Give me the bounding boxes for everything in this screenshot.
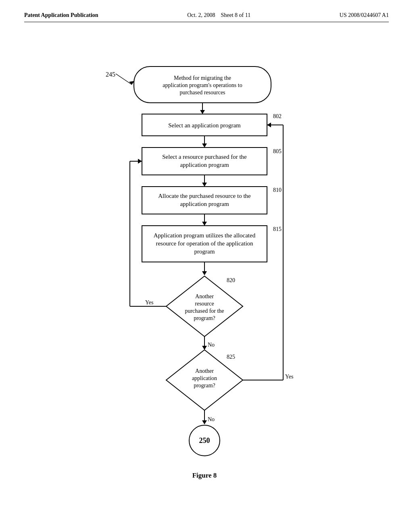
label-802: 802 — [273, 113, 282, 119]
node-810 — [142, 187, 267, 214]
svg-text:application program's operatio: application program's operations to — [163, 82, 242, 88]
no-label-825: No — [208, 416, 215, 422]
yes-label-820: Yes — [145, 299, 153, 305]
svg-text:program?: program? — [194, 382, 215, 389]
label-805: 805 — [273, 148, 282, 154]
svg-text:resource: resource — [195, 301, 214, 307]
svg-text:program?: program? — [194, 315, 215, 321]
svg-text:resource for operation of the : resource for operation of the applicatio… — [156, 240, 253, 247]
svg-marker-41 — [202, 420, 207, 424]
svg-marker-13 — [202, 183, 207, 187]
page-header: Patent Application Publication Oct. 2, 2… — [24, 12, 389, 22]
figure-caption: Figure 8 — [192, 472, 217, 479]
svg-marker-30 — [138, 159, 142, 164]
page: Patent Application Publication Oct. 2, 2… — [0, 0, 413, 532]
svg-text:Allocate the purchased resourc: Allocate the purchased resource to the — [158, 193, 251, 199]
svg-text:application: application — [192, 375, 217, 381]
svg-text:application program: application program — [180, 201, 229, 207]
date-sheet: Oct. 2, 2008 Sheet 8 of 11 — [187, 12, 250, 19]
svg-text:purchased resources: purchased resources — [179, 89, 225, 96]
date-label: Oct. 2, 2008 — [187, 12, 215, 18]
svg-text:purchased for the: purchased for the — [185, 308, 224, 314]
svg-line-0 — [116, 74, 132, 85]
svg-marker-32 — [202, 346, 207, 350]
svg-text:program: program — [194, 248, 215, 255]
node-805 — [142, 148, 267, 175]
sheet-label: Sheet 8 of 11 — [221, 12, 250, 18]
patent-number: US 2008/0244607 A1 — [340, 12, 389, 19]
svg-text:Another: Another — [195, 293, 214, 299]
label-820: 820 — [227, 277, 235, 283]
start-label: 245 — [106, 71, 115, 78]
svg-text:Another: Another — [195, 368, 214, 374]
svg-marker-17 — [202, 222, 207, 226]
label-825: 825 — [227, 354, 235, 360]
svg-marker-39 — [267, 123, 271, 127]
svg-text:Select a resource purchased fo: Select a resource purchased for the — [162, 154, 247, 160]
yes-label-825: Yes — [285, 374, 293, 380]
svg-marker-6 — [200, 110, 205, 114]
label-815: 815 — [273, 226, 282, 232]
svg-text:Application program utilizes t: Application program utilizes the allocat… — [154, 232, 256, 239]
label-810: 810 — [273, 187, 282, 193]
publication-label: Patent Application Publication — [24, 12, 98, 19]
no-label-820: No — [208, 342, 215, 348]
svg-text:application program: application program — [180, 162, 229, 168]
svg-text:250: 250 — [199, 436, 210, 445]
flowchart: 245 Method for migrating the application… — [53, 38, 360, 502]
svg-text:Select an application program: Select an application program — [168, 122, 241, 129]
svg-marker-22 — [202, 271, 207, 275]
svg-text:Method for migrating the: Method for migrating the — [174, 75, 231, 81]
svg-marker-9 — [202, 143, 207, 148]
